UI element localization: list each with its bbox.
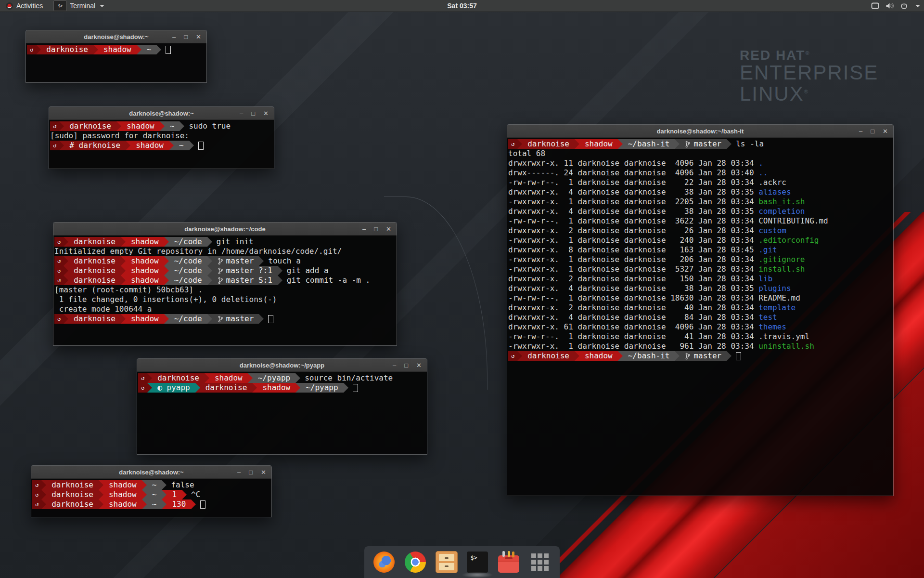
minimize-button[interactable]: –: [237, 469, 241, 475]
close-button[interactable]: ✕: [261, 469, 266, 475]
system-status-area[interactable]: [871, 0, 920, 12]
prompt-icon: ↺: [57, 276, 61, 285]
git-branch-icon: [218, 258, 223, 265]
window-titlebar[interactable]: darknoise@shadow:~–□✕: [26, 30, 206, 43]
terminal-content[interactable]: ↺darknoiseshadow~sudo true[sudo] passwor…: [49, 120, 274, 169]
prompt-icon: ↺: [141, 373, 144, 383]
prompt-line: ↺darknoiseshadow~1^C: [32, 490, 270, 499]
window-titlebar[interactable]: darknoise@shadow:~/bash-it–□✕: [507, 125, 893, 138]
prompt-segment-host: shadow: [103, 480, 142, 490]
prompt-segment-path: ~: [147, 499, 162, 509]
terminal-content[interactable]: ↺darknoiseshadow~: [26, 43, 206, 82]
prompt-segment-path: ~: [174, 141, 189, 150]
powerline-separator-icon: [207, 266, 212, 276]
output-text: drwxrwxr-x. 8 darknoise darknoise 163 Ja…: [508, 245, 758, 255]
prompt-segment-git: master: [212, 314, 259, 324]
maximize-button[interactable]: □: [249, 469, 253, 475]
terminal-content[interactable]: ↺darknoiseshadow~/pyappsource bin/activa…: [137, 372, 427, 454]
minimize-button[interactable]: –: [240, 110, 243, 117]
output-line: drwxrwxr-x. 2 darknoise darknoise 26 Jan…: [508, 226, 892, 236]
output-text: -rwxrwxr-x. 1 darknoise darknoise 5327 J…: [508, 264, 758, 274]
powerline-separator-icon: [164, 314, 169, 324]
powerline-separator-icon: [156, 45, 161, 54]
output-text: -rw-rw-r--. 1 darknoise darknoise 22 Jan…: [508, 178, 758, 187]
prompt-icon: ↺: [57, 314, 61, 324]
minimize-button[interactable]: –: [362, 226, 366, 232]
output-line: -rwxrwxr-x. 1 darknoise darknoise 2205 J…: [508, 197, 892, 207]
output-line: drwxrwxr-x. 2 darknoise darknoise 40 Jan…: [508, 303, 892, 313]
volume-icon: [886, 2, 894, 9]
dock-item-files[interactable]: [435, 551, 458, 574]
prompt-segment-exit: 1: [167, 490, 182, 499]
powerline-separator-icon: [142, 480, 147, 490]
window-controls: –□✕: [362, 223, 391, 235]
output-line: drwxrwxr-x. 4 darknoise darknoise 84 Jan…: [508, 313, 892, 322]
prompt-line: ↺darknoiseshadow~sudo true: [50, 121, 273, 131]
output-line: -rw-rw-r--. 1 darknoise darknoise 22 Jan…: [508, 178, 892, 187]
close-button[interactable]: ✕: [416, 362, 422, 368]
maximize-button[interactable]: □: [871, 128, 874, 134]
powerline-separator-icon: [147, 383, 152, 393]
output-line: drwxrwxr-x. 2 darknoise darknoise 150 Ja…: [508, 274, 892, 284]
dock-item-chrome[interactable]: [404, 551, 427, 574]
prompt-line: ↺# darknoiseshadow~: [50, 141, 273, 150]
app-menu-terminal[interactable]: $> Terminal: [49, 0, 109, 12]
terminal-cursor: [166, 46, 171, 54]
powerline-separator-icon: [252, 383, 257, 393]
prompt-segment-icon: ↺: [32, 499, 41, 509]
prompt-segment-icon: ↺: [50, 121, 59, 131]
terminal-content[interactable]: ↺darknoiseshadow~/bash-itmasterls -latot…: [507, 138, 893, 496]
close-button[interactable]: ✕: [386, 226, 391, 232]
powerline-separator-icon: [64, 276, 68, 285]
maximize-button[interactable]: □: [404, 362, 408, 368]
prompt-segment-user: darknoise: [68, 266, 121, 276]
terminal-cursor: [353, 384, 358, 392]
close-button[interactable]: ✕: [196, 34, 201, 40]
output-line: total 68: [508, 149, 892, 158]
dock-item-toolbox[interactable]: [497, 551, 520, 574]
file-name: .git: [758, 245, 777, 255]
dock-item-app-grid[interactable]: [528, 551, 552, 574]
window-titlebar[interactable]: darknoise@shadow:~–□✕: [49, 107, 274, 120]
prompt-segment-host: shadow: [130, 141, 169, 150]
minimize-button[interactable]: –: [859, 128, 862, 134]
close-button[interactable]: ✕: [263, 110, 269, 117]
git-branch-icon: [685, 353, 691, 360]
maximize-button[interactable]: □: [184, 34, 188, 40]
git-branch-icon: [685, 141, 691, 148]
powerline-separator-icon: [618, 351, 623, 361]
activities-button[interactable]: Activities: [0, 0, 49, 12]
terminal-cursor: [200, 500, 205, 509]
maximize-button[interactable]: □: [374, 226, 378, 232]
close-button[interactable]: ✕: [883, 128, 888, 134]
terminal-content[interactable]: ↺darknoiseshadow~false↺darknoiseshadow~1…: [31, 479, 271, 517]
powerline-separator-icon: [147, 373, 152, 383]
dock-item-firefox[interactable]: [372, 551, 396, 574]
window-titlebar[interactable]: darknoise@shadow:~/code–□✕: [53, 223, 397, 236]
command-text: source bin/activate: [305, 373, 393, 383]
powerline-separator-icon: [344, 383, 348, 393]
maximize-button[interactable]: □: [251, 110, 255, 117]
minimize-button[interactable]: –: [393, 362, 396, 368]
prompt-segment-user: darknoise: [68, 237, 121, 247]
powerline-separator-icon: [64, 237, 68, 247]
prompt-segment-user: darknoise: [46, 499, 99, 509]
output-text: drwxrwxr-x. 4 darknoise darknoise 38 Jan…: [508, 284, 758, 293]
minimize-button[interactable]: –: [172, 34, 176, 40]
powerline-separator-icon: [205, 373, 209, 383]
prompt-segment-user: # darknoise: [64, 141, 126, 150]
powerline-separator-icon: [248, 373, 253, 383]
output-text: [master (root-commit) 50bcb63] .: [54, 285, 203, 295]
terminal-content[interactable]: ↺darknoiseshadow~/codegit initInitialize…: [53, 236, 397, 345]
prompt-icon: ↺: [57, 256, 61, 266]
display-icon: [871, 2, 879, 9]
output-text: drwxrwxr-x. 2 darknoise darknoise 40 Jan…: [508, 303, 758, 313]
prompt-segment-host: shadow: [103, 490, 142, 499]
window-titlebar[interactable]: darknoise@shadow:~–□✕: [31, 466, 271, 479]
window-titlebar[interactable]: darknoise@shadow:~/pyapp–□✕: [137, 359, 427, 372]
dock: $>: [364, 546, 560, 578]
dock-item-terminal[interactable]: $>: [466, 551, 489, 574]
powerline-separator-icon: [59, 141, 64, 150]
prompt-icon: ↺: [30, 45, 33, 54]
clock[interactable]: Sat 03:57: [447, 2, 476, 10]
